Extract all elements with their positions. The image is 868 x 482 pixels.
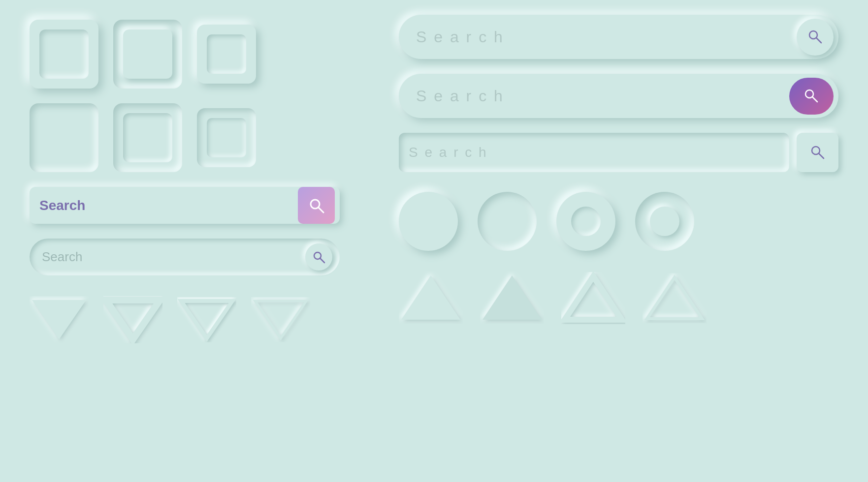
search-bar-inset-container: S e a r c h [399,133,838,172]
search-bar-pill-raised[interactable]: S e a r c h [399,15,838,59]
svg-marker-6 [181,301,232,338]
square-inner-raised [123,30,172,79]
search-bar-circle[interactable]: Search [30,239,340,275]
square-small-inner-2 [207,118,246,157]
circle-inner-inset [571,207,601,236]
svg-marker-15 [482,275,542,320]
square-raised-inset[interactable] [30,20,98,89]
triangle-up-inset-outline [643,271,707,325]
svg-marker-17 [647,277,702,319]
svg-marker-16 [565,276,622,320]
square-inner-inset-2 [123,113,172,162]
svg-marker-7 [255,301,306,338]
search-icon-r2 [803,87,820,105]
circle-inner-raised [650,207,679,236]
triangles-row-left [30,295,340,344]
square-inset-plain[interactable] [30,103,98,172]
search-bar-gradient[interactable]: Search [30,187,340,224]
search-gradient-pill-button[interactable] [789,78,834,115]
circle-raised-ring[interactable] [556,192,615,251]
square-small-inset[interactable] [197,108,256,167]
svg-marker-14 [401,275,460,320]
triangle-up-inset-filled [480,271,544,325]
search-icon-r3 [809,144,827,161]
search-gradient-button[interactable] [298,187,335,224]
triangle-down-filled [30,295,89,344]
main-canvas: Search Search [0,0,868,482]
svg-line-3 [320,258,324,263]
triangles-row-right [399,271,838,325]
triangle-down-outline-thick [103,295,162,344]
svg-marker-4 [32,300,86,339]
square-inner-inset [39,30,89,79]
search-icon-r1 [806,28,824,46]
right-panel: S e a r c h S e a r c h S e a r c h [369,0,868,482]
circle-inset-ring[interactable] [635,192,694,251]
square-inset-raised[interactable] [113,20,182,89]
left-panel: Search Search [0,0,369,482]
search-circle-button[interactable] [305,243,332,271]
search-label-1: Search [39,198,293,213]
square-inset-inset[interactable] [113,103,182,172]
svg-line-1 [319,208,323,212]
triangle-down-outline-thin [177,295,236,344]
search-bar-pill-gradient[interactable]: S e a r c h [399,74,838,118]
svg-line-11 [812,97,817,102]
square-small-inner [207,34,246,74]
search-label-r3: S e a r c h [409,145,488,160]
triangle-down-inset [251,295,310,344]
triangle-up-raised-outline [561,271,625,325]
search-circle-icon-raised[interactable] [797,19,834,56]
squares-row-1 [30,20,340,89]
square-small-raised[interactable] [197,25,256,84]
search-label-r2: S e a r c h [416,87,789,105]
search-label-2: Search [42,249,305,265]
svg-line-13 [819,153,824,158]
search-icon-2 [312,250,326,265]
search-label-r1: S e a r c h [416,28,797,46]
circle-inset-flat[interactable] [478,192,537,251]
triangle-up-raised-filled [399,271,463,325]
search-rect-raised-button[interactable] [797,133,838,172]
circles-row [399,187,838,256]
squares-row-2 [30,103,340,172]
search-icon-1 [307,196,326,215]
search-bar-inset-rect[interactable]: S e a r c h [399,133,789,172]
circle-raised-flat[interactable] [399,192,458,251]
svg-line-9 [816,38,821,43]
svg-marker-5 [106,300,160,339]
